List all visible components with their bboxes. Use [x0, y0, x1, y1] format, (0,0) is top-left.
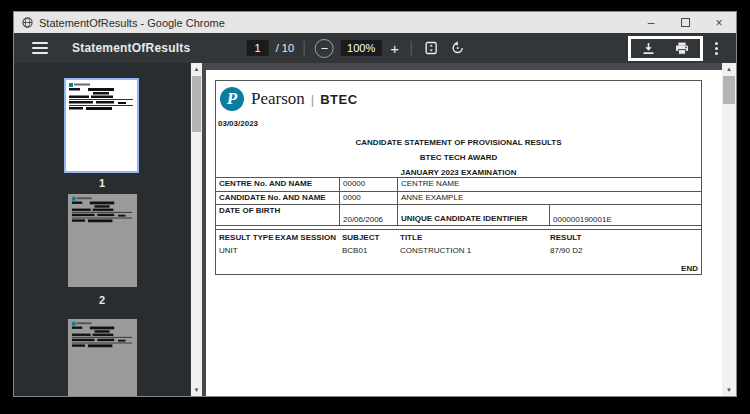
- page-total-label: / 10: [276, 42, 294, 54]
- minimize-button[interactable]: –: [634, 12, 668, 33]
- exam-session-header: EXAM SESSION: [275, 233, 336, 242]
- document-heading-1: CANDIDATE STATEMENT OF PROVISIONAL RESUL…: [216, 138, 701, 147]
- title-bar: StatementOfResults - Google Chrome – ×: [14, 12, 736, 33]
- centre-name: CENTRE NAME: [397, 178, 701, 191]
- table-row: DATE OF BIRTH 20/06/2006 UNIQUE CANDIDAT…: [216, 204, 701, 226]
- thumbnail-label-2: 2: [14, 294, 190, 306]
- scroll-up-icon[interactable]: ▲: [191, 63, 202, 75]
- document-date: 03/03/2023: [218, 119, 258, 128]
- table-row: CENTRE No. AND NAME 00000 CENTRE NAME: [216, 177, 701, 191]
- window-title: StatementOfResults - Google Chrome: [39, 17, 634, 29]
- centre-label: CENTRE No. AND NAME: [216, 178, 339, 191]
- document-heading-2: BTEC TECH AWARD: [216, 153, 701, 162]
- uci-value: 000000190001E: [549, 205, 703, 225]
- pdf-document-title: StatementOfResults: [72, 41, 190, 55]
- results-section: RESULT TYPE EXAM SESSION SUBJECT TITLE R…: [216, 229, 701, 275]
- maximize-button[interactable]: [668, 12, 702, 33]
- toolbar-right-controls: [628, 33, 722, 63]
- pearson-btec-logo: P Pearson | BTEC: [220, 87, 358, 111]
- document-scrollbar-thumb[interactable]: [723, 76, 735, 104]
- globe-icon: [22, 17, 33, 28]
- zoom-in-button[interactable]: +: [388, 40, 401, 57]
- rotate-button[interactable]: [448, 41, 468, 55]
- fit-to-page-button[interactable]: [422, 41, 441, 55]
- toolbar-divider: [411, 41, 412, 56]
- title-value: CONSTRUCTION 1: [400, 246, 471, 255]
- sidebar-scrollbar[interactable]: ▲ ▼: [190, 63, 202, 396]
- download-print-highlight: [628, 36, 703, 61]
- thumbnail-preview-image: [66, 80, 137, 171]
- toolbar-divider: [304, 41, 305, 56]
- print-icon[interactable]: [672, 42, 692, 55]
- thumbnail-preview-image: [68, 319, 137, 396]
- sidebar-scrollbar-thumb[interactable]: [192, 76, 201, 132]
- window-controls: – ×: [634, 12, 736, 33]
- more-options-icon[interactable]: [711, 42, 722, 55]
- zoom-level-value[interactable]: 100%: [341, 40, 381, 56]
- results-document: P Pearson | BTEC 03/03/2023 CANDIDATE ST…: [215, 80, 702, 275]
- page-thumbnail-2[interactable]: [68, 194, 137, 287]
- uci-label: UNIQUE CANDIDATE IDENTIFIER: [397, 205, 549, 225]
- dob-label: DATE OF BIRTH: [216, 205, 339, 225]
- dob-value: 20/06/2006: [339, 205, 397, 225]
- candidate-number: 0000: [339, 192, 397, 204]
- thumbnail-label-1: 1: [14, 177, 190, 189]
- result-value: 87/90 D2: [550, 246, 582, 255]
- scroll-up-icon[interactable]: ▲: [722, 63, 736, 75]
- page-zoom-controls: 1 / 10 − 100% +: [247, 33, 468, 63]
- close-button[interactable]: ×: [702, 12, 736, 33]
- page-number-input[interactable]: 1: [247, 40, 269, 56]
- menu-hamburger-icon[interactable]: [32, 42, 48, 54]
- pdf-toolbar: StatementOfResults 1 / 10 − 100% +: [14, 33, 736, 63]
- result-type-header: RESULT TYPE: [219, 233, 274, 242]
- document-heading-3: JANUARY 2023 EXAMINATION: [216, 168, 701, 177]
- chrome-window: StatementOfResults - Google Chrome – × S…: [14, 12, 736, 396]
- pdf-page: P Pearson | BTEC 03/03/2023 CANDIDATE ST…: [206, 70, 722, 396]
- title-header: TITLE: [400, 233, 422, 242]
- zoom-out-button[interactable]: −: [315, 39, 334, 58]
- brand-sub: BTEC: [320, 92, 357, 107]
- brand-separator: |: [311, 92, 314, 107]
- candidate-label: CANDIDATE No. AND NAME: [216, 192, 339, 204]
- end-label: END: [681, 264, 698, 273]
- document-scrollbar[interactable]: ▲ ▼: [722, 63, 736, 396]
- scroll-down-icon[interactable]: ▼: [191, 384, 202, 396]
- result-type-value: UNIT: [219, 246, 238, 255]
- thumbnail-preview-image: [68, 194, 137, 287]
- brand-name: Pearson: [251, 89, 305, 109]
- scroll-down-icon[interactable]: ▼: [722, 384, 736, 396]
- table-row: CANDIDATE No. AND NAME 0000 ANNE EXAMPLE: [216, 191, 701, 204]
- candidate-name: ANNE EXAMPLE: [397, 192, 701, 204]
- centre-number: 00000: [339, 178, 397, 191]
- page-thumbnail-3[interactable]: [68, 319, 137, 396]
- download-icon[interactable]: [639, 42, 658, 55]
- subject-value: BCB01: [342, 246, 367, 255]
- maximize-icon: [681, 18, 690, 27]
- page-thumbnail-1[interactable]: [64, 78, 139, 173]
- subject-header: SUBJECT: [342, 233, 379, 242]
- pearson-logo-icon: P: [220, 87, 244, 111]
- result-header: RESULT: [550, 233, 581, 242]
- document-viewer: P Pearson | BTEC 03/03/2023 CANDIDATE ST…: [202, 63, 722, 396]
- viewer-content: 1: [14, 63, 736, 396]
- thumbnail-sidebar: 1: [14, 63, 190, 396]
